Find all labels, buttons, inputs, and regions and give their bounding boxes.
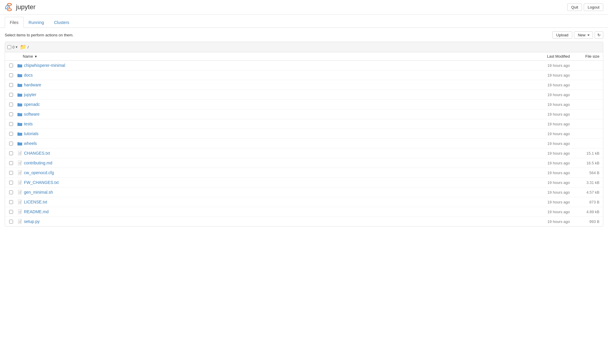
logo-text: jupyter — [16, 3, 35, 11]
col-size-header: File size — [573, 52, 603, 60]
row-size — [573, 82, 603, 87]
row-size — [573, 102, 603, 107]
logout-button[interactable]: Logout — [584, 4, 603, 11]
file-link[interactable]: contributing.md — [24, 161, 52, 165]
row-modified: 19 hours ago — [520, 80, 573, 90]
row-modified: 19 hours ago — [520, 217, 573, 226]
file-link[interactable]: jupyter — [24, 92, 36, 97]
row-checkbox[interactable] — [9, 142, 13, 145]
file-link[interactable]: hardware — [24, 82, 41, 87]
file-link[interactable]: FW_CHANGES.txt — [24, 180, 59, 185]
svg-rect-9 — [17, 84, 19, 85]
breadcrumb-path: / — [28, 45, 29, 49]
row-checkbox[interactable] — [9, 112, 13, 116]
folder-icon — [17, 64, 23, 67]
row-checkbox[interactable] — [9, 151, 13, 155]
logo: jupyter — [5, 2, 35, 12]
svg-rect-27 — [18, 161, 21, 165]
dropdown-arrow-icon[interactable]: ▾ — [16, 45, 17, 49]
jupyter-logo-icon — [5, 2, 14, 12]
header: jupyter Quit Logout — [0, 0, 608, 14]
file-link[interactable]: openadc — [24, 102, 40, 107]
row-name: software — [23, 109, 520, 119]
row-size — [573, 112, 603, 117]
file-link[interactable]: wheels — [24, 141, 37, 146]
select-all-checkbox[interactable] — [7, 45, 11, 49]
row-checkbox[interactable] — [9, 210, 13, 214]
folder-icon — [17, 93, 23, 97]
svg-rect-57 — [18, 219, 21, 224]
row-name: setup.py — [23, 217, 520, 226]
refresh-button[interactable]: ↻ — [595, 31, 603, 39]
file-link[interactable]: cw_openocd.cfg — [24, 170, 54, 175]
row-name: docs — [23, 70, 520, 80]
row-modified: 19 hours ago — [520, 207, 573, 216]
header-actions: Quit Logout — [567, 4, 603, 11]
file-rows-container: chipwhisperer-minimal19 hours agodocs19 … — [5, 61, 603, 226]
row-size — [573, 131, 603, 136]
file-icon — [17, 161, 23, 165]
file-table: 0 ▾ 📁 / Name ▼ Last Modified File size c… — [5, 42, 603, 227]
new-button[interactable]: New — [574, 31, 593, 39]
row-checkbox[interactable] — [9, 64, 13, 67]
svg-rect-37 — [18, 180, 21, 185]
tab-running[interactable]: Running — [24, 17, 49, 28]
file-link[interactable]: tutorials — [24, 131, 38, 136]
file-link[interactable]: LICENSE.txt — [24, 200, 47, 204]
row-checkbox[interactable] — [9, 220, 13, 224]
col-modified-header: Last Modified — [520, 52, 573, 60]
row-checkbox[interactable] — [9, 103, 13, 106]
row-name: wheels — [23, 139, 520, 148]
row-size: 16.5 kB — [573, 158, 603, 168]
item-count: 0 — [12, 45, 14, 49]
file-link[interactable]: CHANGES.txt — [24, 151, 50, 156]
file-link[interactable]: tests — [24, 122, 33, 126]
file-link[interactable]: gen_minimal.sh — [24, 190, 53, 195]
file-link[interactable]: software — [24, 112, 40, 117]
folder-icon — [17, 142, 23, 145]
tab-files[interactable]: Files — [5, 17, 24, 28]
row-size: 3.31 kB — [573, 178, 603, 187]
svg-rect-7 — [17, 74, 19, 75]
svg-rect-22 — [18, 151, 21, 156]
table-row: wheels19 hours ago — [5, 139, 603, 148]
row-name: gen_minimal.sh — [23, 187, 520, 197]
file-link[interactable]: setup.py — [24, 219, 40, 224]
folder-icon — [17, 132, 23, 136]
table-row: FW_CHANGES.txt19 hours ago3.31 kB — [5, 178, 603, 187]
folder-icon — [17, 103, 23, 106]
file-icon — [17, 219, 23, 224]
row-checkbox[interactable] — [9, 73, 13, 77]
row-checkbox[interactable] — [9, 171, 13, 175]
row-size: 15.1 kB — [573, 149, 603, 158]
row-checkbox[interactable] — [9, 83, 13, 87]
row-checkbox[interactable] — [9, 161, 13, 165]
svg-marker-23 — [21, 151, 22, 152]
row-checkbox[interactable] — [9, 200, 13, 204]
file-link[interactable]: README.md — [24, 209, 48, 214]
row-size — [573, 92, 603, 97]
file-icon — [17, 209, 23, 214]
row-modified: 19 hours ago — [520, 61, 573, 70]
column-headers: Name ▼ Last Modified File size — [5, 52, 603, 61]
content-toolbar: Select items to perform actions on them.… — [5, 31, 603, 39]
row-modified: 19 hours ago — [520, 90, 573, 99]
row-checkbox[interactable] — [9, 181, 13, 185]
quit-button[interactable]: Quit — [567, 4, 582, 11]
file-link[interactable]: chipwhisperer-minimal — [24, 63, 65, 68]
row-checkbox[interactable] — [9, 132, 13, 136]
row-checkbox[interactable] — [9, 190, 13, 194]
file-icon — [17, 190, 23, 195]
upload-button[interactable]: Upload — [552, 31, 572, 39]
row-size — [573, 73, 603, 77]
row-name: hardware — [23, 80, 520, 90]
folder-icon — [17, 73, 23, 77]
row-name: contributing.md — [23, 158, 520, 168]
file-link[interactable]: docs — [24, 73, 33, 77]
row-checkbox[interactable] — [9, 93, 13, 97]
tab-clusters[interactable]: Clusters — [49, 17, 74, 28]
table-row: docs19 hours ago — [5, 70, 603, 80]
col-name-header[interactable]: Name ▼ — [5, 52, 520, 60]
row-checkbox[interactable] — [9, 122, 13, 126]
table-row: tutorials19 hours ago — [5, 129, 603, 139]
